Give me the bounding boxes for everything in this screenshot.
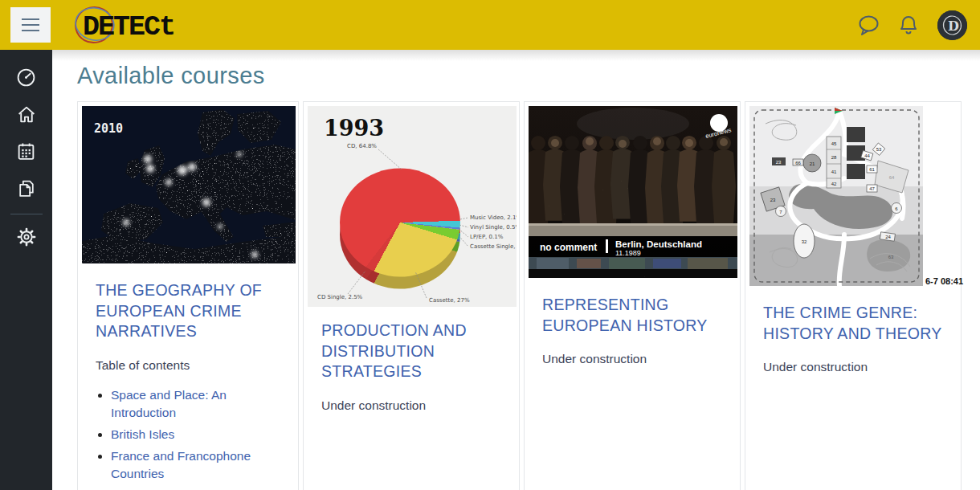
course-title-link[interactable]: REPRESENTING EUROPEAN HISTORY xyxy=(542,295,722,336)
sidebar-item-dashboard[interactable] xyxy=(9,61,44,93)
table-of-contents: Space and Place: An Introduction British… xyxy=(111,386,280,490)
svg-text:28: 28 xyxy=(831,155,837,160)
svg-text:44: 44 xyxy=(864,153,870,158)
course-cards-row: 2010 THE GEOGRAPHY OF EUROPEAN CRIME NAR… xyxy=(77,101,964,490)
sidebar-item-home[interactable] xyxy=(9,98,44,130)
pie-labels: CD, 64.8% Music Video, 2.1% Vinyl Single… xyxy=(308,106,517,307)
toc-item: Mediterranean Noir xyxy=(111,487,280,490)
page-title: Available courses xyxy=(77,63,964,89)
svg-text:42: 42 xyxy=(831,182,837,186)
svg-text:21: 21 xyxy=(810,161,815,166)
app-window: DETECt D xyxy=(0,0,980,490)
svg-text:Cassette Single, 3%: Cassette Single, 3% xyxy=(470,243,517,250)
svg-text:D: D xyxy=(948,18,959,34)
svg-text:32: 32 xyxy=(802,239,807,244)
dashboard-speedometer-icon xyxy=(16,67,36,88)
detect-logo[interactable]: DETECt xyxy=(73,4,208,46)
svg-text:LP/EP, 0.1%: LP/EP, 0.1% xyxy=(470,234,504,240)
svg-text:CD Single, 2.5%: CD Single, 2.5% xyxy=(317,294,363,300)
toc-link[interactable]: British Isles xyxy=(111,427,174,441)
sidebar-item-calendar[interactable] xyxy=(9,135,44,167)
gear-icon xyxy=(16,227,37,247)
svg-text:61: 61 xyxy=(869,167,875,172)
svg-text:45: 45 xyxy=(831,141,837,146)
logo-text: DETECt xyxy=(83,11,174,43)
toc-item: Space and Place: An Introduction xyxy=(111,386,280,421)
top-header: DETECt D xyxy=(0,0,980,50)
calendar-icon xyxy=(16,141,36,161)
hamburger-menu-button[interactable] xyxy=(10,7,51,43)
course-title-link[interactable]: THE GEOGRAPHY OF EUROPEAN CRIME NARRATIV… xyxy=(96,280,280,342)
course-status: Under construction xyxy=(321,398,501,413)
svg-text:66: 66 xyxy=(795,161,801,165)
toc-link[interactable]: France and Francophone Countries xyxy=(111,449,251,480)
sidebar-divider xyxy=(10,214,43,214)
svg-text:Cassette, 27%: Cassette, 27% xyxy=(429,297,470,304)
svg-text:23: 23 xyxy=(776,160,782,165)
svg-text:Music Video, 2.1%: Music Video, 2.1% xyxy=(470,214,517,221)
course-card-production: 1993 xyxy=(303,101,520,490)
bell-icon xyxy=(899,14,918,36)
svg-text:64: 64 xyxy=(889,175,895,180)
course-card-history: no comment Berlin, Deutschland 11.1989 e… xyxy=(524,101,741,490)
home-icon xyxy=(16,104,37,125)
course-title-link[interactable]: THE CRIME GENRE: HISTORY AND THEORY xyxy=(763,303,943,344)
toc-link[interactable]: Space and Place: An Introduction xyxy=(111,388,227,419)
course-image-pie-chart[interactable]: 1993 xyxy=(308,106,517,307)
user-avatar[interactable]: D xyxy=(937,10,967,40)
svg-text:23: 23 xyxy=(770,198,776,202)
sidebar-item-files[interactable] xyxy=(9,172,44,204)
svg-text:41: 41 xyxy=(831,169,837,174)
image-year-label: 2010 xyxy=(94,121,123,136)
svg-text:Vinyl Single, 0.5%: Vinyl Single, 0.5% xyxy=(470,224,517,231)
svg-text:63: 63 xyxy=(888,255,894,259)
course-image-berlin-wall[interactable]: no comment Berlin, Deutschland 11.1989 e… xyxy=(529,106,736,281)
avatar-d-logo-icon: D xyxy=(937,10,967,40)
course-status: Under construction xyxy=(763,360,943,374)
notifications-button[interactable] xyxy=(899,14,918,36)
image-timestamp: 6-7 08:41 xyxy=(925,276,963,286)
left-sidebar xyxy=(0,50,52,490)
svg-text:47: 47 xyxy=(869,186,875,191)
course-card-geography: 2010 THE GEOGRAPHY OF EUROPEAN CRIME NAR… xyxy=(77,101,299,490)
main-content: Available courses xyxy=(52,50,980,490)
course-status: Under construction xyxy=(542,352,722,366)
files-pages-icon xyxy=(16,178,37,198)
toc-heading: Table of contents xyxy=(96,358,280,373)
toc-item: France and Francophone Countries xyxy=(111,447,280,482)
course-title-link[interactable]: PRODUCTION AND DISTRIBUTION STRATEGIES xyxy=(321,321,501,382)
svg-text:CD, 64.8%: CD, 64.8% xyxy=(347,143,377,149)
svg-text:53: 53 xyxy=(876,147,882,152)
course-card-crime-genre: 23 66 21 45 28 41 42 44 61 47 53 xyxy=(745,101,962,490)
messages-button[interactable] xyxy=(858,14,880,35)
svg-text:24: 24 xyxy=(885,235,891,239)
sidebar-item-settings[interactable] xyxy=(9,221,44,253)
chat-bubble-icon xyxy=(858,14,880,35)
course-image-park-map[interactable]: 23 66 21 45 28 41 42 44 61 47 53 xyxy=(749,106,923,289)
toc-item: British Isles xyxy=(111,426,280,443)
course-image-europe-night[interactable]: 2010 xyxy=(82,106,294,267)
